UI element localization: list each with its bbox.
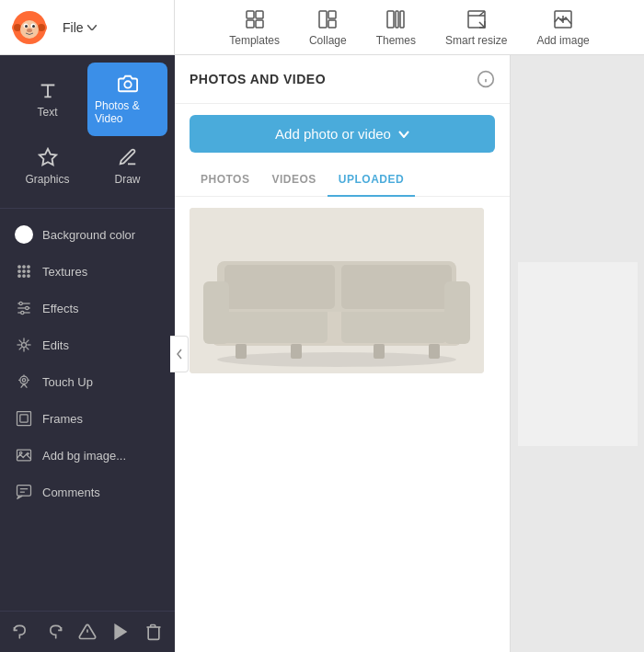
warning-icon[interactable] bbox=[78, 623, 97, 641]
monkey-logo bbox=[11, 9, 48, 46]
top-nav: Templates Collage Themes bbox=[175, 1, 644, 54]
sidebar-comments[interactable]: Comments bbox=[0, 474, 175, 510]
collapse-icon bbox=[176, 349, 183, 360]
camera-icon bbox=[118, 74, 138, 94]
file-menu[interactable]: File bbox=[55, 17, 104, 39]
frames-icon bbox=[15, 409, 33, 428]
svg-point-38 bbox=[26, 306, 29, 309]
sidebar-textures[interactable]: Textures bbox=[0, 253, 175, 290]
nav-themes[interactable]: Themes bbox=[362, 1, 431, 54]
sidebar-add-bg-image[interactable]: Add bg image... bbox=[0, 437, 175, 474]
tool-draw[interactable]: Draw bbox=[87, 136, 167, 197]
svg-point-49 bbox=[20, 376, 28, 383]
nav-smart-resize[interactable]: Smart resize bbox=[431, 1, 522, 54]
svg-point-10 bbox=[27, 29, 32, 32]
canvas-area bbox=[511, 55, 644, 652]
info-icon[interactable] bbox=[477, 70, 495, 88]
svg-rect-17 bbox=[328, 20, 336, 28]
text-icon bbox=[38, 80, 58, 100]
tab-uploaded[interactable]: UPLOADED bbox=[328, 164, 415, 197]
svg-point-33 bbox=[28, 275, 30, 278]
content-panel: PHOTOS AND VIDEO Add photo or video PHOT… bbox=[175, 55, 511, 652]
svg-rect-12 bbox=[256, 11, 263, 18]
svg-point-37 bbox=[19, 302, 22, 304]
themes-icon bbox=[385, 8, 407, 30]
svg-point-50 bbox=[22, 379, 25, 382]
sidebar-background-color[interactable]: Background color bbox=[0, 216, 175, 253]
svg-rect-69 bbox=[341, 265, 452, 309]
svg-rect-74 bbox=[374, 344, 385, 359]
svg-line-48 bbox=[26, 340, 29, 343]
sidebar-edits[interactable]: Edits bbox=[0, 326, 175, 363]
svg-point-31 bbox=[18, 275, 21, 278]
svg-point-9 bbox=[32, 25, 35, 28]
svg-point-32 bbox=[23, 275, 26, 278]
undo-icon[interactable] bbox=[12, 623, 30, 641]
edits-icon bbox=[15, 336, 33, 354]
comments-icon bbox=[15, 483, 33, 501]
svg-point-28 bbox=[18, 270, 21, 273]
smart-resize-icon bbox=[466, 8, 488, 30]
svg-rect-72 bbox=[236, 344, 247, 359]
nav-add-image[interactable]: Add image bbox=[522, 1, 604, 54]
tab-videos[interactable]: VIDEOS bbox=[260, 164, 327, 197]
svg-rect-71 bbox=[444, 281, 470, 344]
svg-line-46 bbox=[26, 347, 29, 349]
svg-rect-52 bbox=[20, 415, 28, 422]
nav-collage[interactable]: Collage bbox=[294, 1, 362, 54]
sidebar-effects[interactable]: Effects bbox=[0, 290, 175, 326]
add-bg-icon bbox=[15, 446, 33, 464]
svg-point-25 bbox=[18, 266, 21, 269]
sidebar-bottom-actions bbox=[0, 611, 175, 652]
svg-rect-73 bbox=[291, 344, 302, 359]
collage-icon bbox=[316, 8, 339, 30]
svg-rect-16 bbox=[328, 11, 336, 18]
file-chevron-icon bbox=[87, 25, 97, 30]
tool-text[interactable]: Text bbox=[7, 63, 87, 136]
logo-area: File bbox=[0, 0, 175, 54]
sidebar-frames[interactable]: Frames bbox=[0, 400, 175, 437]
svg-rect-70 bbox=[203, 281, 229, 344]
media-item-sofa[interactable] bbox=[190, 208, 484, 373]
draw-icon bbox=[118, 147, 138, 167]
graphics-icon bbox=[38, 147, 58, 167]
media-tabs: PHOTOS VIDEOS UPLOADED bbox=[175, 164, 510, 197]
svg-point-26 bbox=[23, 266, 26, 269]
svg-point-27 bbox=[28, 266, 30, 269]
svg-marker-24 bbox=[39, 149, 55, 165]
svg-point-63 bbox=[217, 352, 456, 367]
svg-point-8 bbox=[25, 25, 28, 28]
tab-photos[interactable]: PHOTOS bbox=[190, 164, 260, 197]
sidebar-touch-up[interactable]: Touch Up bbox=[0, 363, 175, 400]
redo-icon[interactable] bbox=[45, 623, 63, 641]
tool-grid: Text Photos & Video Graphics bbox=[0, 55, 175, 204]
sidebar-menu: Background color Textures bbox=[0, 212, 175, 611]
svg-rect-20 bbox=[400, 11, 404, 28]
trash-icon[interactable] bbox=[144, 623, 163, 641]
svg-point-4 bbox=[38, 24, 45, 31]
svg-point-39 bbox=[21, 311, 24, 314]
svg-rect-14 bbox=[256, 20, 263, 28]
tool-photos-video[interactable]: Photos & Video bbox=[87, 63, 167, 136]
sofa-preview bbox=[190, 208, 484, 373]
play-icon[interactable] bbox=[111, 623, 130, 641]
svg-rect-13 bbox=[247, 20, 254, 28]
left-sidebar: Text Photos & Video Graphics bbox=[0, 55, 175, 652]
svg-rect-75 bbox=[429, 344, 440, 359]
nav-templates[interactable]: Templates bbox=[214, 1, 294, 54]
panel-collapse-button[interactable] bbox=[170, 336, 189, 372]
svg-line-47 bbox=[19, 347, 22, 349]
tool-graphics[interactable]: Graphics bbox=[7, 136, 87, 197]
svg-point-30 bbox=[28, 270, 30, 273]
svg-marker-58 bbox=[115, 625, 126, 639]
svg-point-3 bbox=[14, 24, 21, 31]
main-area: Text Photos & Video Graphics bbox=[0, 55, 644, 652]
touch-up-icon bbox=[15, 372, 33, 391]
svg-rect-68 bbox=[224, 265, 335, 309]
svg-point-29 bbox=[23, 270, 26, 273]
sidebar-divider bbox=[0, 208, 175, 209]
svg-rect-51 bbox=[17, 412, 31, 426]
textures-icon bbox=[15, 262, 33, 280]
add-image-icon bbox=[552, 8, 574, 30]
add-photo-video-button[interactable]: Add photo or video bbox=[190, 115, 495, 153]
